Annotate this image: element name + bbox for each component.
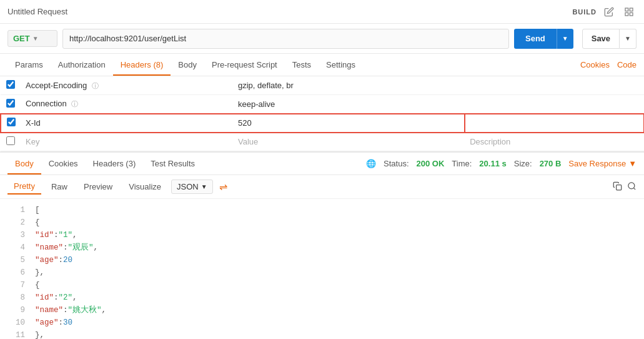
save-button[interactable]: Save <box>582 29 620 49</box>
header-checkbox-2[interactable] <box>6 99 15 108</box>
send-group: Send ▼ <box>514 29 573 49</box>
grid-icon <box>624 7 634 17</box>
format-select-chevron-icon: ▼ <box>201 183 207 190</box>
line-number: 9 <box>7 304 25 316</box>
save-response-button[interactable]: Save Response ▼ <box>568 159 637 168</box>
tab-pre-request-script[interactable]: Pre-request Script <box>204 55 285 76</box>
code-token: , <box>72 229 77 241</box>
code-line: 3 "id": "1", <box>7 229 637 241</box>
response-tabs-bar: Body Cookies Headers (3) Test Results 🌐 … <box>0 153 644 175</box>
code-token: }, <box>35 266 44 279</box>
code-line: 5 "age": 20 <box>7 254 637 266</box>
build-button[interactable]: BUILD <box>572 8 597 16</box>
save-response-chevron-icon: ▼ <box>628 159 637 168</box>
copy-icon-button[interactable] <box>613 181 622 193</box>
res-tab-headers[interactable]: Headers (3) <box>86 154 144 175</box>
time-label: Time: <box>452 159 472 168</box>
svg-rect-1 <box>630 8 633 11</box>
placeholder-value: Value <box>238 137 258 146</box>
cookies-link[interactable]: Cookies <box>580 60 610 69</box>
tab-right-links: Cookies Code <box>580 60 637 69</box>
info-icon-2: ⓘ <box>71 100 78 108</box>
format-right-actions <box>613 181 637 193</box>
desc-cell <box>465 76 644 95</box>
key-cell: X-Id <box>21 114 233 133</box>
send-dropdown-button[interactable]: ▼ <box>557 29 573 49</box>
code-token: 30 <box>63 316 72 329</box>
code-token: : <box>54 229 59 241</box>
res-tab-test-results[interactable]: Test Results <box>143 154 202 175</box>
line-number: 2 <box>7 216 25 229</box>
key-cell: Accept-Encoding ⓘ <box>21 76 233 95</box>
save-dropdown-button[interactable]: ▼ <box>620 29 637 49</box>
res-tab-body[interactable]: Body <box>7 154 41 175</box>
code-line: 8 "id": "2", <box>7 291 637 304</box>
search-icon <box>627 181 637 191</box>
svg-line-6 <box>633 188 635 190</box>
code-token: "id" <box>35 229 54 241</box>
code-viewer: 1[2 {3 "id": "1",4 "name": "观辰",5 "age":… <box>0 199 644 339</box>
value-cell: keep-alive <box>233 95 465 114</box>
tab-body[interactable]: Body <box>171 55 204 76</box>
headers-table: Accept-Encoding ⓘ gzip, deflate, br Conn… <box>0 76 644 151</box>
placeholder-key-cell: Key <box>21 133 233 151</box>
code-token: , <box>94 241 99 254</box>
res-tab-cookies[interactable]: Cookies <box>41 154 86 175</box>
code-token: "name" <box>35 304 63 316</box>
code-token: "id" <box>35 291 54 304</box>
save-group: Save ▼ <box>582 29 637 49</box>
code-token: "观辰" <box>68 241 94 254</box>
tab-tests[interactable]: Tests <box>285 55 319 76</box>
code-line: 7 { <box>7 279 637 291</box>
svg-rect-3 <box>630 13 633 16</box>
tab-authorization[interactable]: Authorization <box>51 55 113 76</box>
desc-cell <box>465 114 644 133</box>
copy-icon <box>613 181 622 191</box>
tab-settings[interactable]: Settings <box>319 55 363 76</box>
header-checkbox-3[interactable] <box>7 118 16 126</box>
code-line: 1[ <box>7 204 637 216</box>
code-token: { <box>35 216 40 229</box>
code-token: "2" <box>59 291 73 304</box>
search-icon-button[interactable] <box>627 181 637 193</box>
code-token: , <box>72 291 77 304</box>
value-cell: 520 <box>233 114 465 133</box>
tab-headers[interactable]: Headers (8) <box>113 55 171 76</box>
header-checkbox-1[interactable] <box>6 80 15 89</box>
headers-area: Accept-Encoding ⓘ gzip, deflate, br Conn… <box>0 76 644 151</box>
line-number: 3 <box>7 229 25 241</box>
status-label: Status: <box>384 159 409 168</box>
grid-icon-button[interactable] <box>622 4 637 19</box>
tab-params[interactable]: Params <box>7 55 51 76</box>
code-token: "1" <box>59 229 73 241</box>
format-bar: Pretty Raw Preview Visualize JSON ▼ ⇌ <box>0 175 644 199</box>
format-tab-pretty[interactable]: Pretty <box>7 179 41 195</box>
method-selector[interactable]: GET ▼ <box>7 30 57 47</box>
header-key-3: X-Id <box>26 118 41 128</box>
format-select[interactable]: JSON ▼ <box>171 180 213 194</box>
format-tab-preview[interactable]: Preview <box>77 180 119 194</box>
format-tab-raw[interactable]: Raw <box>45 180 74 194</box>
url-bar: GET ▼ Send ▼ Save ▼ <box>0 24 644 54</box>
response-status-area: 🌐 Status: 200 OK Time: 20.11 s Size: 270… <box>366 159 637 168</box>
code-token: 20 <box>63 254 72 266</box>
format-tab-visualize[interactable]: Visualize <box>122 180 167 194</box>
send-button[interactable]: Send <box>514 29 557 49</box>
edit-icon-button[interactable] <box>602 4 617 19</box>
request-title: Untitled Request <box>7 7 67 16</box>
table-row-placeholder: Key Value Description <box>1 133 644 151</box>
placeholder-desc-cell: Description <box>465 133 644 151</box>
svg-point-5 <box>628 182 635 188</box>
code-token: : <box>63 304 68 316</box>
placeholder-key: Key <box>26 137 39 146</box>
value-cell: gzip, deflate, br <box>233 76 465 95</box>
line-number: 7 <box>7 279 25 291</box>
code-link[interactable]: Code <box>617 60 637 69</box>
placeholder-checkbox[interactable] <box>6 136 15 145</box>
code-token: : <box>59 316 64 329</box>
url-input[interactable] <box>62 29 509 49</box>
header-key-1: Accept-Encoding <box>26 81 87 90</box>
wrap-icon[interactable]: ⇌ <box>219 181 227 193</box>
svg-rect-0 <box>625 8 628 11</box>
table-row: Connection ⓘ keep-alive <box>1 95 644 114</box>
